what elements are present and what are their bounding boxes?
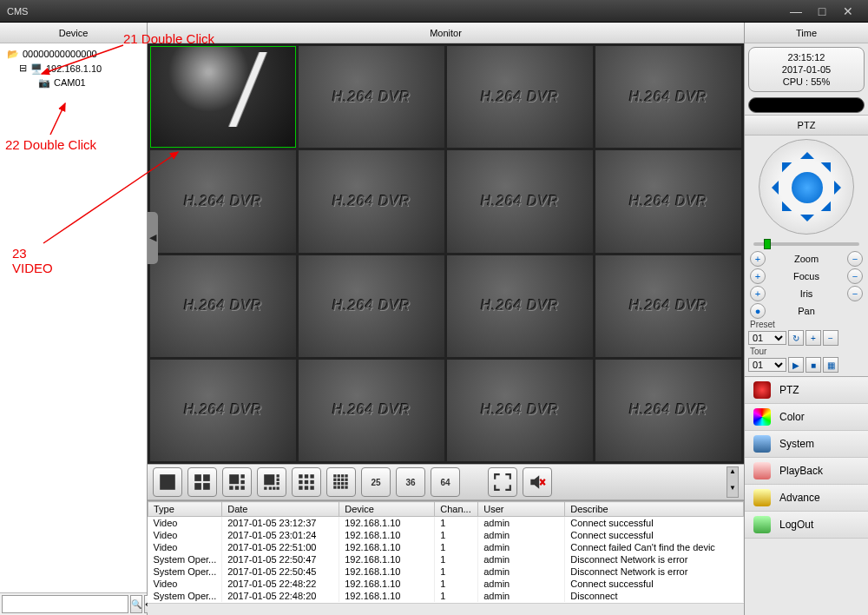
iris-close-button[interactable]: − <box>847 286 863 301</box>
menu-system[interactable]: System <box>745 431 868 458</box>
status-bar <box>748 97 865 113</box>
video-cell-16[interactable]: H.264 DVR <box>595 360 741 461</box>
maximize-button[interactable]: □ <box>809 4 835 18</box>
menu-ptz[interactable]: PTZ <box>745 377 868 404</box>
video-cell-15[interactable]: H.264 DVR <box>447 360 593 461</box>
col-user[interactable]: User <box>478 502 565 517</box>
ptz-down-button[interactable] <box>800 215 814 228</box>
menu-playback[interactable]: PlayBack <box>745 458 868 485</box>
svg-rect-0 <box>160 474 175 490</box>
collapse-left-button[interactable]: ◀ <box>148 212 158 264</box>
log-row[interactable]: Video2017-01-05 23:12:37192.168.1.101adm… <box>148 517 744 530</box>
layout-8-button[interactable] <box>257 467 286 497</box>
ptz-header: PTZ <box>745 115 868 136</box>
fullscreen-button[interactable] <box>488 467 517 497</box>
video-cell-12[interactable]: H.264 DVR <box>595 255 741 357</box>
video-cell-6[interactable]: H.264 DVR <box>299 150 444 252</box>
iris-open-button[interactable]: + <box>750 286 766 301</box>
tour-edit-button[interactable]: ▦ <box>823 357 838 373</box>
ptz-left-button[interactable] <box>765 181 779 195</box>
ptz-center-button[interactable] <box>792 172 823 203</box>
menu-logout[interactable]: LogOut <box>745 512 868 539</box>
video-cell-4[interactable]: H.264 DVR <box>595 46 741 148</box>
layout-16-button[interactable] <box>326 467 356 497</box>
ptz-downright-button[interactable] <box>821 202 841 222</box>
layout-9-button[interactable] <box>292 467 321 497</box>
side-menu: PTZ Color System PlayBack Advance LogOut <box>745 376 868 615</box>
tree-camera[interactable]: 📷 CAM01 <box>3 76 143 89</box>
video-cell-10[interactable]: H.264 DVR <box>299 255 444 357</box>
preset-add-button[interactable]: + <box>806 330 821 346</box>
layout-6-button[interactable] <box>222 467 252 497</box>
log-row[interactable]: Video2017-01-05 22:48:22192.168.1.101adm… <box>148 578 744 590</box>
log-row[interactable]: Video2017-01-05 23:01:24192.168.1.101adm… <box>148 529 744 541</box>
tour-select[interactable]: 01 <box>748 358 786 372</box>
layout-64-button[interactable]: 64 <box>431 467 460 497</box>
focus-in-button[interactable]: + <box>750 268 766 284</box>
log-table[interactable]: Type Date Device Chan... User Describe V… <box>148 501 744 602</box>
zoom-out-button[interactable]: − <box>847 251 863 267</box>
ptz-up-button[interactable] <box>800 145 814 159</box>
focus-out-button[interactable]: − <box>847 268 863 284</box>
col-describe[interactable]: Describe <box>565 502 744 517</box>
mute-button[interactable] <box>523 467 552 497</box>
tour-play-button[interactable]: ▶ <box>788 357 804 373</box>
log-row[interactable]: Video2017-01-05 22:51:00192.168.1.101adm… <box>148 541 744 553</box>
svg-rect-1 <box>194 474 201 481</box>
close-button[interactable]: ✕ <box>835 4 861 18</box>
layout-1-button[interactable] <box>153 467 182 497</box>
ptz-speed-slider[interactable] <box>753 240 859 248</box>
search-input[interactable] <box>2 595 128 613</box>
video-cell-11[interactable]: H.264 DVR <box>447 255 593 357</box>
menu-color[interactable]: Color <box>745 404 868 431</box>
expander-icon[interactable]: ⊟ <box>19 63 27 74</box>
log-row[interactable]: System Oper...2017-01-05 22:48:20192.168… <box>148 590 744 602</box>
svg-rect-2 <box>203 474 210 481</box>
ptz-upleft-button[interactable] <box>773 153 792 173</box>
video-cell-2[interactable]: H.264 DVR <box>299 46 444 148</box>
log-row[interactable]: System Oper...2017-01-05 22:50:45192.168… <box>148 565 744 578</box>
svg-rect-6 <box>240 474 244 478</box>
layout-25-button[interactable]: 25 <box>361 467 391 497</box>
menu-advance[interactable]: Advance <box>745 485 868 512</box>
minimize-button[interactable]: — <box>783 4 809 18</box>
layout-4-button[interactable] <box>187 467 217 497</box>
col-device[interactable]: Device <box>339 502 435 517</box>
video-cell-14[interactable]: H.264 DVR <box>299 360 444 461</box>
preset-goto-button[interactable]: ↻ <box>788 330 804 346</box>
video-cell-1[interactable] <box>150 46 296 148</box>
video-cell-9[interactable]: H.264 DVR <box>150 255 296 357</box>
ptz-downleft-button[interactable] <box>773 202 792 222</box>
col-date[interactable]: Date <box>222 502 339 517</box>
svg-rect-15 <box>264 487 266 490</box>
tour-stop-button[interactable]: ■ <box>806 357 821 373</box>
svg-rect-4 <box>203 483 210 490</box>
col-channel[interactable]: Chan... <box>435 502 478 517</box>
ptz-right-button[interactable] <box>834 181 848 195</box>
preset-del-button[interactable]: − <box>823 330 838 346</box>
svg-rect-5 <box>229 474 239 484</box>
video-cell-13[interactable]: H.264 DVR <box>150 360 296 461</box>
svg-rect-30 <box>341 474 344 477</box>
pan-button[interactable]: ● <box>750 303 766 319</box>
svg-rect-20 <box>305 474 308 478</box>
video-cell-5[interactable]: H.264 DVR <box>150 150 296 252</box>
log-scrollbar[interactable] <box>148 603 744 615</box>
layout-36-button[interactable]: 36 <box>396 467 425 497</box>
video-cell-7[interactable]: H.264 DVR <box>447 150 593 252</box>
preset-select[interactable]: 01 <box>748 331 786 345</box>
ptz-upright-button[interactable] <box>821 153 841 173</box>
zoom-in-button[interactable]: + <box>750 251 766 267</box>
tree-dvr[interactable]: ⊟ 🖥️ 192.168.1.10 <box>3 61 143 76</box>
svg-rect-16 <box>269 487 272 490</box>
svg-rect-9 <box>235 486 239 489</box>
svg-rect-8 <box>229 486 233 489</box>
tree-root[interactable]: 📂 00000000000000 <box>3 47 143 61</box>
toolbar-scroll[interactable] <box>727 466 739 498</box>
search-button[interactable]: 🔍 <box>130 595 142 613</box>
device-tree[interactable]: 📂 00000000000000 ⊟ 🖥️ 192.168.1.10 📷 CAM… <box>0 43 147 592</box>
log-row[interactable]: System Oper...2017-01-05 22:50:47192.168… <box>148 553 744 565</box>
video-cell-3[interactable]: H.264 DVR <box>447 46 593 148</box>
video-cell-8[interactable]: H.264 DVR <box>595 150 741 252</box>
col-type[interactable]: Type <box>148 502 222 517</box>
